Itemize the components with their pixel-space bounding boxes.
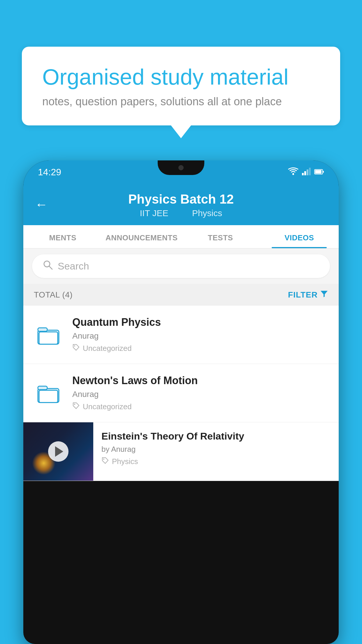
notch — [158, 160, 204, 175]
svg-rect-1 — [302, 173, 304, 175]
filter-bar: TOTAL (4) FILTER — [23, 284, 339, 306]
item-info-newton: Newton's Laws of Motion Anurag Uncategor… — [72, 374, 328, 412]
play-button-einstein[interactable] — [48, 441, 68, 462]
thumb-image-einstein — [23, 422, 93, 481]
status-bar: 14:29 — [23, 160, 339, 184]
tag-icon-newton — [72, 402, 80, 412]
app-header: ← Physics Batch 12 IIT JEE Physics — [23, 184, 339, 225]
item-tag-quantum: Uncategorized — [72, 344, 328, 353]
item-author-newton: Anurag — [72, 390, 328, 399]
signal-icon — [302, 167, 311, 177]
svg-point-17 — [74, 404, 75, 405]
item-author-quantum: Anurag — [72, 331, 328, 341]
tabs-bar: MENTS ANNOUNCEMENTS TESTS VIDEOS — [23, 225, 339, 249]
item-tag-newton: Uncategorized — [72, 402, 328, 412]
thumb-author-einstein: by Anurag — [101, 445, 331, 454]
svg-rect-6 — [315, 170, 321, 174]
svg-point-18 — [103, 459, 104, 460]
header-subtitle-iit: IIT JEE — [140, 208, 168, 218]
camera-dot — [178, 165, 184, 170]
bubble-title: Organised study material — [42, 64, 320, 90]
filter-button[interactable]: FILTER — [288, 290, 328, 300]
svg-rect-12 — [39, 332, 58, 344]
battery-icon — [314, 167, 324, 177]
tab-announcements[interactable]: ANNOUNCEMENTS — [102, 225, 181, 248]
svg-rect-4 — [309, 168, 311, 175]
item-tag-text-quantum: Uncategorized — [83, 344, 132, 353]
search-placeholder: Search — [58, 260, 89, 272]
speech-bubble: Organised study material notes, question… — [22, 47, 340, 125]
tab-tests[interactable]: TESTS — [181, 225, 260, 248]
svg-point-0 — [292, 173, 294, 175]
thumb-tag-einstein: Physics — [101, 457, 331, 466]
item-title-newton: Newton's Laws of Motion — [72, 374, 328, 387]
thumb-info-einstein: Einstein's Theory Of Relativity by Anura… — [93, 422, 339, 475]
total-label: TOTAL (4) — [34, 290, 73, 300]
svg-rect-16 — [39, 390, 58, 402]
item-tag-text-newton: Uncategorized — [83, 402, 132, 411]
filter-funnel-icon — [320, 290, 328, 300]
search-bar-container: Search — [23, 249, 339, 284]
item-info-quantum: Quantum Physics Anurag Uncategorized — [72, 316, 328, 353]
thumb-title-einstein: Einstein's Theory Of Relativity — [101, 430, 331, 442]
status-time: 14:29 — [38, 167, 61, 178]
header-subtitle-separator — [178, 208, 183, 218]
svg-rect-11 — [38, 328, 47, 331]
svg-line-9 — [49, 266, 52, 269]
wifi-icon — [288, 167, 298, 177]
tag-icon-quantum — [72, 344, 80, 353]
item-title-quantum: Quantum Physics — [72, 316, 328, 328]
tab-videos[interactable]: VIDEOS — [260, 225, 339, 248]
tag-icon-einstein — [101, 457, 109, 466]
search-bar[interactable]: Search — [32, 254, 330, 278]
play-triangle-icon — [55, 446, 63, 457]
content-area: Quantum Physics Anurag Uncategorized — [23, 306, 339, 481]
speech-bubble-wrapper: Organised study material notes, question… — [22, 47, 340, 125]
svg-rect-3 — [307, 169, 308, 175]
back-arrow[interactable]: ← — [35, 197, 48, 212]
search-icon — [43, 260, 53, 273]
status-icons — [288, 167, 324, 177]
svg-point-13 — [74, 345, 75, 346]
svg-rect-2 — [304, 171, 306, 175]
list-item-einstein[interactable]: Einstein's Theory Of Relativity by Anura… — [23, 422, 339, 481]
phone-frame: 14:29 — [23, 160, 339, 644]
filter-label: FILTER — [288, 290, 318, 300]
bubble-subtitle: notes, question papers, solutions all at… — [42, 95, 320, 108]
header-subtitle-physics: Physics — [192, 208, 222, 218]
item-icon-quantum — [34, 323, 63, 346]
list-item[interactable]: Quantum Physics Anurag Uncategorized — [23, 306, 339, 364]
item-icon-newton — [34, 382, 63, 405]
folder-icon-newton — [37, 382, 60, 405]
svg-rect-7 — [323, 171, 324, 173]
header-title: Physics Batch 12 — [128, 192, 234, 206]
thumb-tag-text-einstein: Physics — [112, 457, 138, 466]
header-subtitle: IIT JEE Physics — [136, 208, 226, 218]
folder-icon-quantum — [37, 323, 60, 346]
svg-rect-15 — [38, 386, 47, 390]
list-item-newton[interactable]: Newton's Laws of Motion Anurag Uncategor… — [23, 364, 339, 422]
tab-ments[interactable]: MENTS — [23, 225, 102, 248]
